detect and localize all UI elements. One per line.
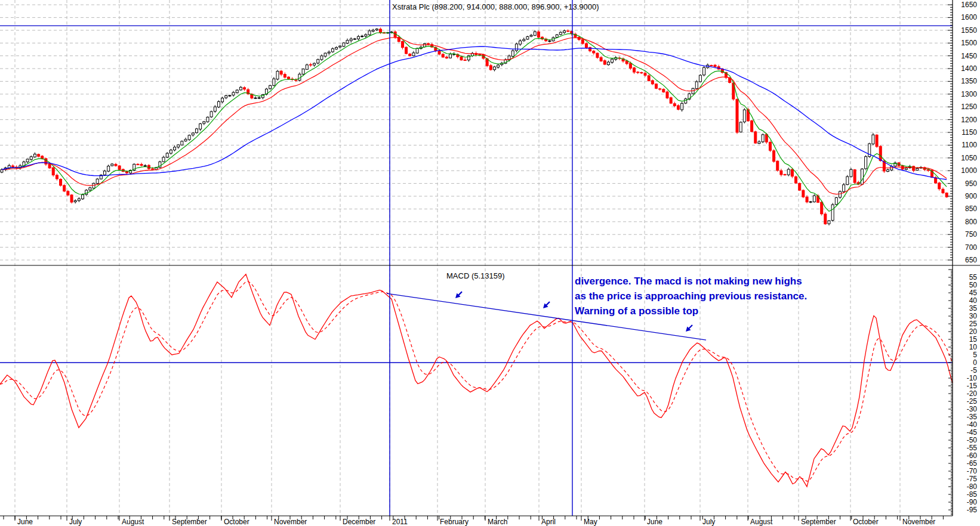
month-label: February xyxy=(440,518,469,526)
month-label: December xyxy=(343,518,375,526)
macd-axis-label: -65 xyxy=(967,459,978,468)
chart-text-layer: Xstrata Plc (898.200, 914.000, 888.000, … xyxy=(0,0,953,516)
macd-axis-label: -40 xyxy=(967,420,978,429)
price-axis-label: 1450 xyxy=(961,52,977,60)
price-axis-label: 1650 xyxy=(961,1,977,9)
month-label: August xyxy=(122,518,144,526)
month-label: March xyxy=(488,518,507,526)
macd-axis-label: 30 xyxy=(969,312,978,320)
price-axis-label: 1550 xyxy=(961,26,977,35)
macd-axis-label: -45 xyxy=(967,428,978,437)
month-label: May xyxy=(584,518,597,526)
price-chart-title: Xstrata Plc (898.200, 914.000, 888.000, … xyxy=(392,2,599,11)
macd-axis-label: 5 xyxy=(973,351,977,359)
macd-axis-label: -70 xyxy=(967,467,978,475)
price-axis-label: 1600 xyxy=(961,13,977,21)
price-axis-label: 650 xyxy=(965,256,977,264)
macd-panel-area[interactable] xyxy=(0,266,953,516)
price-axis-label: 1400 xyxy=(961,64,977,73)
macd-axis-label: -60 xyxy=(967,451,978,460)
macd-axis-label: -20 xyxy=(967,389,978,398)
price-axis-label: 1200 xyxy=(961,116,977,124)
price-axis-label: 1000 xyxy=(961,166,977,175)
macd-axis-label: -5 xyxy=(970,366,977,375)
price-axis-label: 850 xyxy=(965,205,977,213)
macd-axis-label: -50 xyxy=(967,436,978,444)
macd-axis-label: 20 xyxy=(969,327,978,336)
divergence-annotation-line1: divergence. The macd is not making new h… xyxy=(575,276,802,287)
macd-axis-label: -75 xyxy=(967,475,978,483)
macd-axis-label: 45 xyxy=(969,289,978,297)
price-axis-label: 800 xyxy=(965,218,977,226)
macd-axis-label: 40 xyxy=(969,296,978,305)
macd-axis-label: -55 xyxy=(967,444,978,452)
price-axis-label: 700 xyxy=(965,243,977,252)
price-panel-area[interactable] xyxy=(0,0,953,265)
price-axis-label: 1100 xyxy=(961,141,977,149)
macd-axis-label: -15 xyxy=(967,382,978,390)
macd-axis-label: 0 xyxy=(973,358,977,367)
macd-axis-label: 50 xyxy=(969,281,978,289)
month-label: November xyxy=(902,518,935,526)
macd-axis-label: 25 xyxy=(969,320,978,328)
macd-axis-label: -35 xyxy=(967,413,978,421)
price-axis-label: 1500 xyxy=(961,39,977,47)
divergence-annotation-line3: Warning of a possible top xyxy=(575,305,698,317)
macd-axis-label: -85 xyxy=(967,490,978,499)
month-label: September xyxy=(172,518,207,526)
price-axis-label: 900 xyxy=(965,192,977,200)
month-label: June xyxy=(647,518,662,526)
price-axis-label: 1300 xyxy=(961,90,977,98)
month-label: October xyxy=(224,518,249,526)
month-label: July xyxy=(69,518,82,526)
price-axis-label: 1050 xyxy=(961,154,977,162)
month-label: August xyxy=(750,518,773,526)
price-axis-label: 1150 xyxy=(961,128,977,137)
macd-indicator-title: MACD (5.13159) xyxy=(446,271,505,280)
price-axis-label: 1250 xyxy=(961,103,977,111)
macd-axis-label: 55 xyxy=(969,273,978,281)
macd-axis-label: -95 xyxy=(967,506,978,514)
month-label: June xyxy=(17,518,33,526)
macd-axis-label: 15 xyxy=(969,335,978,344)
macd-axis-label: -10 xyxy=(967,374,978,382)
macd-axis-label: -30 xyxy=(967,405,978,413)
month-label: July xyxy=(702,518,715,526)
month-label: April xyxy=(541,518,556,526)
price-axis-label: 1350 xyxy=(961,77,977,85)
month-label: September xyxy=(801,518,836,526)
macd-axis-label: -25 xyxy=(967,397,978,406)
price-axis-label: 950 xyxy=(965,180,977,188)
macd-axis-label: -90 xyxy=(967,498,978,506)
chart-canvas: 1650160015501500145014001350130012501200… xyxy=(0,0,980,526)
macd-axis-label: 10 xyxy=(969,343,978,351)
divergence-annotation-line2: as the price is approaching previous res… xyxy=(575,290,807,302)
month-label: 2011 xyxy=(392,518,408,526)
price-axis-label: 750 xyxy=(965,230,977,239)
macd-axis-label: -80 xyxy=(967,482,978,491)
macd-axis-label: 35 xyxy=(969,304,978,312)
month-label: October xyxy=(853,518,879,526)
month-label: November xyxy=(274,518,307,526)
